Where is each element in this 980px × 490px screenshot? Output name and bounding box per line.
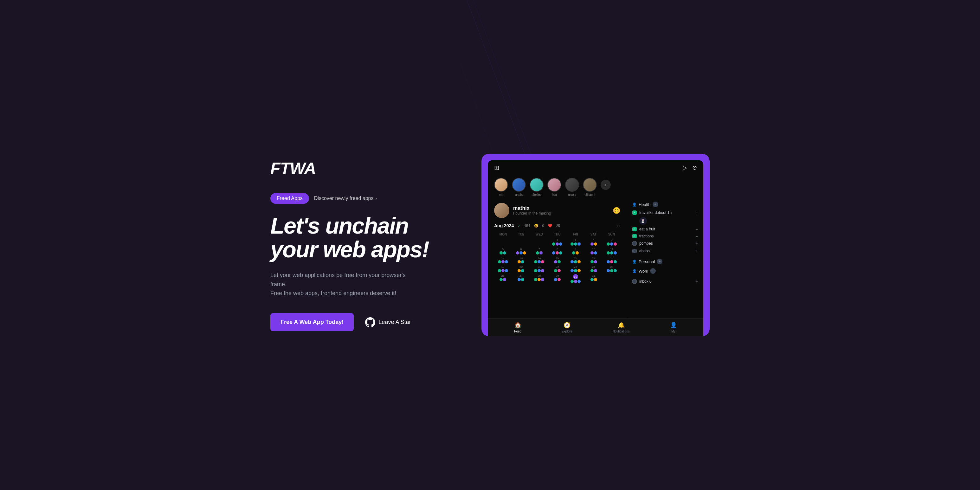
cal-row-5: 26 27	[494, 274, 620, 284]
cal-cell-2[interactable]: 2	[567, 238, 584, 246]
task-more-icon[interactable]: ···	[694, 210, 698, 215]
chevron-icon: ›	[375, 196, 377, 201]
personal-add-button[interactable]: +	[657, 259, 662, 264]
cal-cell-25[interactable]: 25	[603, 265, 620, 273]
health-cat-header: 👤 Health +	[632, 202, 698, 207]
cal-cell-3[interactable]: 3	[585, 238, 602, 246]
page-wrapper: FTWA Freed Apps Discover newly freed app…	[245, 0, 735, 490]
cal-day-wed: WED	[530, 232, 548, 237]
cal-cell-28[interactable]: 28	[531, 274, 548, 284]
send-icon[interactable]: ▷	[683, 164, 687, 171]
my-icon: 👤	[670, 322, 677, 329]
prev-month-button[interactable]: ‹	[616, 223, 618, 228]
avatar-lisa[interactable]: lisa	[547, 178, 561, 197]
cal-cell-7[interactable]: 7	[531, 247, 548, 255]
cal-cell-19[interactable]: 19	[494, 265, 512, 273]
nav-my[interactable]: 👤 My	[670, 322, 677, 333]
cal-cell-14[interactable]: 14	[531, 256, 548, 264]
stat-heart: ❤️	[548, 224, 552, 228]
explore-label: Explore	[562, 329, 573, 333]
work-cat-header: 👤 Work +	[632, 268, 698, 274]
leave-star-label: Leave A Star	[379, 319, 411, 326]
cal-cell-18[interactable]: 18	[603, 256, 620, 264]
profile-info: mathix Founder in the making	[513, 205, 609, 216]
cal-cell-13[interactable]: 13	[512, 256, 530, 264]
cal-cell-23[interactable]: 23	[567, 265, 584, 273]
cal-row-1: 1 2	[494, 238, 620, 246]
task-eat-fruit[interactable]: ✓ eat a fruit ···	[632, 226, 698, 233]
task-more-fruit[interactable]: ···	[694, 227, 698, 232]
stat-emoji1: 😐	[534, 224, 538, 228]
tag-discover: Discover newly freed apps ›	[314, 196, 377, 201]
cal-cell-17[interactable]: 17	[585, 256, 602, 264]
left-content: FTWA Freed Apps Discover newly freed app…	[270, 159, 481, 331]
inbox-label: inbox 0	[639, 279, 693, 284]
task-add-abdos[interactable]: +	[695, 248, 698, 254]
inbox-add[interactable]: +	[695, 278, 698, 284]
profile-row: mathix Founder in the making 😊	[494, 203, 620, 218]
work-add-button[interactable]: +	[650, 268, 656, 274]
check-icon: ✓	[517, 224, 520, 228]
health-add-button[interactable]: +	[652, 202, 658, 207]
cal-cell-29[interactable]: 29	[549, 274, 566, 284]
cal-cell-5[interactable]: 5	[494, 247, 512, 255]
leave-star-button[interactable]: Leave A Star	[365, 317, 411, 328]
settings-icon[interactable]: ⊙	[692, 164, 697, 171]
tag-freed[interactable]: Freed Apps	[270, 193, 309, 204]
cal-cell-10[interactable]: 10	[585, 247, 602, 255]
cta-row: Free A Web App Today! Leave A Star	[270, 313, 468, 331]
menu-icon[interactable]: ⊞	[494, 164, 500, 172]
personal-cat-header: 👤 Personal +	[632, 259, 698, 264]
avatar-more[interactable]: ›	[601, 180, 611, 190]
task-more-tractions[interactable]: ···	[694, 234, 698, 239]
nav-notifications[interactable]: 🔔 Notifications	[612, 322, 630, 333]
cal-cell-9[interactable]: 9	[567, 247, 584, 255]
next-month-button[interactable]: ›	[619, 223, 620, 228]
person-icon: 👤	[632, 202, 637, 207]
cal-cell-12[interactable]: 12	[494, 256, 512, 264]
cal-cell-20[interactable]: 20	[512, 265, 530, 273]
cal-cell-16[interactable]: 16	[567, 256, 584, 264]
cal-cell-6[interactable]: 6	[512, 247, 530, 255]
nav-feed[interactable]: 🏠 Feed	[514, 322, 521, 333]
avatar-nicola[interactable]: nicola	[565, 178, 579, 197]
app-header-left: ⊞	[494, 164, 500, 172]
app-main: mathix Founder in the making 😊 Aug 2024 …	[488, 198, 703, 318]
feed-icon: 🏠	[514, 322, 521, 329]
cal-cell-11[interactable]: 11	[603, 247, 620, 255]
task-pompes[interactable]: pompes +	[632, 240, 698, 247]
task-check-abdos	[632, 249, 637, 253]
cal-row-2: 5 6	[494, 247, 620, 255]
cal-row-3: 12 13	[494, 256, 620, 264]
cal-cell-4[interactable]: 4	[603, 238, 620, 246]
cal-cell-22[interactable]: 22	[549, 265, 566, 273]
tag-row: Freed Apps Discover newly freed apps ›	[270, 193, 468, 204]
month-row: Aug 2024 ✓ 454 😐 0 ❤️ 25 ‹ ›	[494, 223, 620, 228]
task-tractions[interactable]: ✓ tractions ···	[632, 233, 698, 240]
task-add-pompes[interactable]: +	[695, 240, 698, 246]
cal-cell-8[interactable]: 8	[549, 247, 566, 255]
cal-cell-27[interactable]: 27	[512, 274, 530, 284]
cal-cell-15[interactable]: 15	[549, 256, 566, 264]
notifications-icon: 🔔	[618, 322, 625, 329]
app-frame-inner: ⊞ ▷ ⊙ me anais	[488, 160, 703, 336]
avatar-me[interactable]: me	[494, 178, 508, 197]
cal-cell-1[interactable]: 1	[549, 238, 566, 246]
cal-cell-31[interactable]: 31	[585, 274, 602, 284]
cal-cell-30[interactable]: 30	[567, 274, 584, 284]
free-app-button[interactable]: Free A Web App Today!	[270, 313, 354, 331]
nav-explore[interactable]: 🧭 Explore	[562, 322, 573, 333]
cal-cell-26[interactable]: 26	[494, 274, 512, 284]
cal-header: MON TUE WED THU FRI SAT SUN	[494, 232, 620, 237]
task-abdos[interactable]: abdos +	[632, 247, 698, 255]
profile-emoji: 😊	[612, 207, 620, 214]
task-travailler[interactable]: ✓ travailler debout 1h ···	[632, 209, 698, 216]
cal-cell-24[interactable]: 24	[585, 265, 602, 273]
avatar-ellitachi[interactable]: ellitachi	[583, 178, 597, 197]
avatar-anais[interactable]: anais	[512, 178, 526, 197]
notifications-label: Notifications	[612, 329, 630, 333]
avatar-alexine[interactable]: alexine	[530, 178, 544, 197]
cal-cell-21[interactable]: 21	[531, 265, 548, 273]
cal-row-4: 19 20	[494, 265, 620, 273]
work-label: Work	[639, 269, 648, 274]
